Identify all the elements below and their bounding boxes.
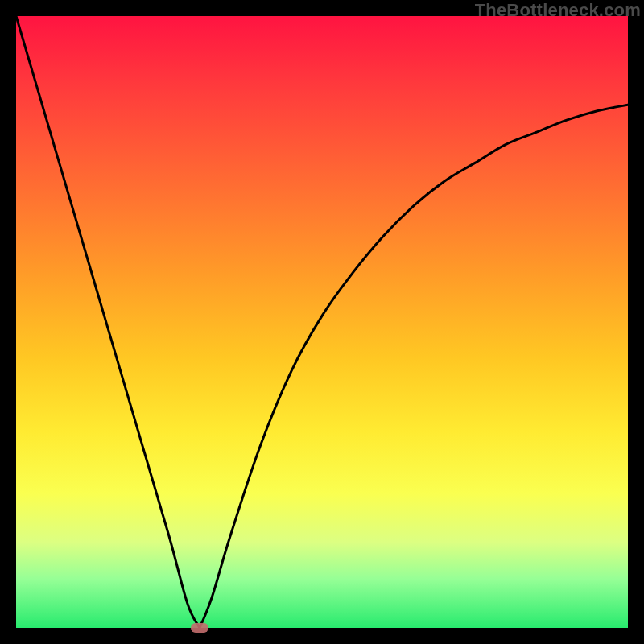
curve-svg — [16, 16, 628, 628]
curve-right-branch — [200, 105, 628, 628]
curve-left-branch — [16, 16, 200, 628]
watermark-text: TheBottleneck.com — [475, 0, 641, 21]
chart-frame — [16, 16, 628, 628]
vertex-marker — [191, 623, 208, 633]
